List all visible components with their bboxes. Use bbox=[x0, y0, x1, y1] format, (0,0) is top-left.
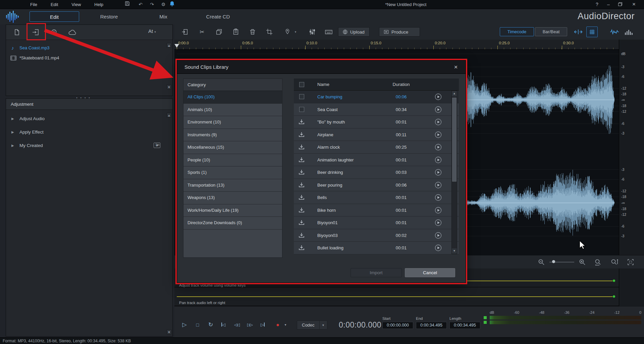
directorzone-download-icon[interactable] bbox=[48, 27, 60, 38]
name-column-header[interactable]: Name bbox=[317, 79, 329, 91]
category-item[interactable]: Miscellaneous (15) bbox=[183, 141, 282, 154]
scroll-down-button[interactable]: ▼ bbox=[167, 85, 171, 89]
text-size-icon[interactable]: At ▾ bbox=[148, 28, 156, 34]
scroll-down-button[interactable]: ▼ bbox=[167, 330, 171, 334]
cloud-icon[interactable] bbox=[66, 27, 78, 38]
play-preview-button[interactable] bbox=[435, 219, 442, 226]
fit-screen-icon[interactable] bbox=[627, 258, 635, 266]
import-file-icon[interactable] bbox=[11, 27, 23, 38]
sound-clip-row[interactable]: Bells 00:01 bbox=[294, 191, 459, 204]
tips-badge-icon[interactable]: ?▸ bbox=[154, 143, 160, 148]
waveform-view-icon[interactable] bbox=[609, 27, 620, 37]
play-preview-button[interactable] bbox=[435, 144, 442, 151]
rewind-button[interactable]: ◁◁ bbox=[231, 320, 242, 330]
undo-icon[interactable]: ↶ bbox=[136, 1, 145, 8]
save-icon[interactable] bbox=[125, 1, 133, 8]
duration-column-header[interactable]: Duration bbox=[389, 79, 413, 91]
play-preview-button[interactable] bbox=[435, 244, 442, 251]
timecode-toggle-button[interactable]: Timecode bbox=[500, 27, 534, 36]
play-preview-button[interactable] bbox=[435, 207, 442, 214]
download-icon[interactable] bbox=[299, 233, 305, 238]
sound-clip-row[interactable]: Bullet loading 00:01 bbox=[294, 242, 459, 254]
notifications-bell-icon[interactable] bbox=[170, 1, 178, 8]
go-to-end-button[interactable]: ▷ bbox=[257, 320, 268, 330]
library-file-item[interactable]: ♪ Sea Coast.mp3 bbox=[7, 43, 165, 53]
adjustment-item[interactable]: ▶ Apply Effect ↶ ?▸ bbox=[6, 126, 165, 139]
play-preview-button[interactable] bbox=[435, 93, 442, 100]
tab-restore[interactable]: Restore bbox=[87, 11, 131, 22]
sound-clip-row[interactable]: Biyoyon01 00:01 bbox=[294, 216, 459, 229]
category-item[interactable]: Animals (10) bbox=[183, 104, 282, 116]
cut-icon[interactable]: ✂ bbox=[197, 27, 207, 37]
crossfade-icon[interactable] bbox=[573, 27, 584, 37]
zoom-vertical-icon[interactable] bbox=[610, 258, 619, 266]
play-preview-button[interactable] bbox=[435, 131, 442, 138]
snap-grid-icon[interactable] bbox=[586, 27, 598, 37]
play-preview-button[interactable] bbox=[435, 194, 442, 201]
sound-clip-row[interactable]: Alarm clock 00:25 bbox=[294, 141, 459, 154]
zoom-horizontal-icon[interactable] bbox=[594, 258, 602, 266]
menu-item[interactable]: Help bbox=[88, 0, 110, 9]
volume-keyframe-dot[interactable] bbox=[612, 279, 615, 282]
category-item[interactable]: Weapons (13) bbox=[183, 192, 282, 204]
clip-checkbox[interactable] bbox=[299, 107, 304, 112]
sound-clip-row[interactable]: Beer pouring 00:06 bbox=[294, 179, 459, 192]
category-item[interactable]: Transportation (13) bbox=[183, 179, 282, 192]
time-field-value[interactable]: 0:00:34.495 bbox=[449, 322, 480, 329]
scroll-up-button[interactable]: ▲ bbox=[167, 43, 171, 48]
produce-button[interactable]: Produce bbox=[379, 27, 420, 37]
record-button[interactable]: ● bbox=[272, 320, 283, 330]
download-icon[interactable] bbox=[299, 182, 305, 188]
marker-icon[interactable] bbox=[282, 27, 293, 37]
menu-item[interactable]: View bbox=[65, 0, 88, 9]
insert-clip-icon[interactable] bbox=[179, 27, 190, 37]
redo-icon[interactable]: ↷ bbox=[148, 1, 156, 8]
playhead-marker[interactable] bbox=[174, 44, 179, 48]
tab-edit[interactable]: Edit bbox=[30, 11, 79, 22]
download-icon[interactable] bbox=[299, 119, 305, 125]
cancel-button[interactable]: Cancel bbox=[405, 268, 455, 277]
play-preview-button[interactable] bbox=[435, 169, 442, 176]
download-icon[interactable] bbox=[299, 144, 305, 150]
codec-dropdown-icon[interactable]: ▾ bbox=[320, 321, 327, 329]
category-item[interactable]: Work/Home/Daily Life (19) bbox=[183, 204, 282, 217]
play-preview-button[interactable] bbox=[435, 182, 442, 189]
pan-keyframe-line[interactable] bbox=[177, 296, 614, 297]
sound-clip-row[interactable]: Sea Coast 00:34 bbox=[294, 103, 459, 116]
stop-button[interactable]: □ bbox=[192, 320, 203, 330]
download-icon[interactable] bbox=[299, 157, 305, 162]
category-item[interactable]: Instruments (9) bbox=[183, 129, 282, 142]
download-icon[interactable] bbox=[299, 132, 305, 137]
select-all-checkbox[interactable] bbox=[299, 82, 304, 87]
tab-create-cd[interactable]: Create CD bbox=[191, 11, 245, 22]
zoom-in-icon[interactable] bbox=[578, 258, 586, 266]
help-icon[interactable]: ? bbox=[592, 0, 602, 9]
scroll-up-button[interactable]: ▲ bbox=[167, 113, 171, 117]
fast-forward-button[interactable]: ▷▷ bbox=[244, 320, 255, 330]
marker-dropdown-icon[interactable]: ▾ bbox=[292, 27, 299, 37]
maximize-icon[interactable] bbox=[615, 0, 625, 9]
scroll-down-button[interactable]: ▼ bbox=[452, 248, 457, 254]
barbeat-toggle-button[interactable]: Bar/Beat bbox=[535, 27, 567, 36]
import-button[interactable]: Import bbox=[351, 268, 402, 277]
expand-triangle-icon[interactable]: ▶ bbox=[11, 112, 14, 126]
pan-track-lane[interactable]: Pan track audio left or right bbox=[174, 287, 619, 306]
download-icon[interactable] bbox=[299, 245, 305, 250]
category-item[interactable]: People (10) bbox=[183, 154, 282, 167]
spectral-view-icon[interactable] bbox=[623, 27, 634, 37]
paste-icon[interactable] bbox=[230, 27, 241, 37]
settings-gear-icon[interactable]: ⚙ bbox=[159, 1, 168, 8]
play-preview-button[interactable] bbox=[435, 156, 442, 163]
clip-checkbox[interactable] bbox=[299, 94, 304, 99]
play-preview-button[interactable] bbox=[435, 106, 442, 113]
menu-item[interactable]: Edit bbox=[44, 0, 65, 9]
time-field-value[interactable]: 0:00:00.000 bbox=[382, 322, 413, 329]
mixer-icon[interactable] bbox=[307, 27, 318, 37]
scroll-up-button[interactable]: ▲ bbox=[452, 91, 457, 96]
scrollbar-thumb[interactable] bbox=[452, 98, 457, 182]
sound-clip-row[interactable]: Beer drinking 00:03 bbox=[294, 166, 459, 179]
category-item[interactable]: Sports (1) bbox=[183, 166, 282, 179]
copy-icon[interactable] bbox=[214, 27, 224, 37]
pan-keyframe-dot[interactable] bbox=[612, 295, 615, 298]
sound-clip-row[interactable]: Biyoyon03 00:02 bbox=[294, 229, 459, 242]
